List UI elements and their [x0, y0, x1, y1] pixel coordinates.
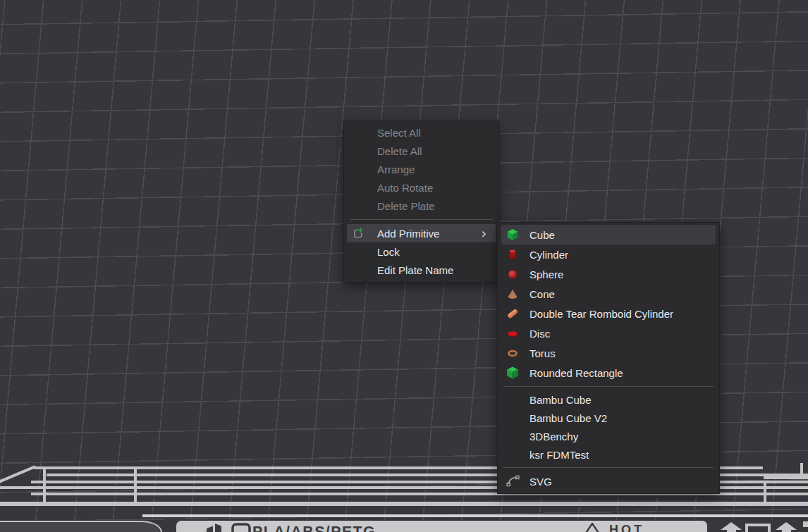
submenu-item-double-tear-romboid-cylinder[interactable]: Double Tear Romboid Cylinder [498, 304, 719, 323]
sphere-icon [506, 268, 519, 280]
submenu-item-label: Double Tear Romboid Cylinder [530, 308, 673, 320]
menu-item-label: Select All [377, 127, 421, 139]
bracket-mark-icon [745, 524, 771, 532]
plate-handle-tab [0, 521, 162, 532]
submenu-item-svg[interactable]: SVG [498, 471, 719, 491]
add-primitive-submenu: Cube Cylinder Sphere Cone [497, 222, 720, 494]
cone-icon [506, 287, 519, 300]
submenu-item-label: SVG [530, 476, 552, 488]
bezier-curve-icon [506, 474, 520, 488]
add-primitive-icon [352, 228, 364, 240]
menu-item-label: Delete Plate [377, 200, 435, 212]
menu-item-label: Edit Plate Name [377, 264, 453, 276]
submenu-item-label: 3DBenchy [530, 431, 578, 443]
bambu-logo-icon [207, 524, 224, 532]
menu-item-edit-plate-name[interactable]: Edit Plate Name [344, 261, 498, 279]
submenu-item-label: Cone [530, 288, 555, 300]
submenu-item-label: Torus [530, 347, 556, 359]
submenu-item-cube[interactable]: Cube [501, 225, 716, 245]
cube-icon [506, 228, 519, 241]
menu-item-auto-rotate: Auto Rotate [344, 178, 498, 197]
submenu-item-label: Cylinder [530, 249, 568, 261]
submenu-item-3dbenchy[interactable]: 3DBenchy [498, 427, 719, 445]
menu-item-lock[interactable]: Lock [344, 242, 498, 261]
plate-label-strip: PLA/ABS/PETG HOT [176, 521, 707, 532]
submenu-item-bambu-cube[interactable]: Bambu Cube [498, 390, 719, 409]
submenu-item-cone[interactable]: Cone [498, 284, 719, 304]
menu-item-label: Arrange [377, 163, 415, 175]
submenu-item-cylinder[interactable]: Cylinder [498, 245, 719, 264]
menu-item-delete-plate: Delete Plate [344, 197, 498, 215]
submenu-item-label: Rounded Rectangle [530, 367, 623, 379]
submenu-item-sphere[interactable]: Sphere [498, 264, 719, 284]
plate-edge-fragment [803, 521, 808, 527]
plate-badge-icon [231, 523, 251, 532]
submenu-item-ksr-fdmtest[interactable]: ksr FDMTest [498, 445, 719, 464]
submenu-item-label: Cube [530, 229, 555, 241]
up-arrow-icon [776, 522, 797, 532]
cylinder-icon [506, 248, 519, 261]
menu-item-label: Lock [377, 246, 400, 258]
menu-separator [350, 219, 493, 220]
menu-item-label: Add Primitive [377, 228, 439, 240]
disc-icon [506, 327, 519, 340]
hot-warning-label: HOT [609, 523, 644, 532]
submenu-item-label: Sphere [530, 268, 563, 280]
submenu-item-label: Bambu Cube [530, 394, 592, 406]
submenu-item-label: ksr FDMTest [530, 449, 589, 461]
menu-item-arrange: Arrange [344, 160, 498, 178]
submenu-item-bambu-cube-v2[interactable]: Bambu Cube V2 [498, 409, 719, 427]
menu-item-label: Auto Rotate [377, 182, 433, 194]
plate-context-menu: Select All Delete All Arrange Auto Rotat… [343, 120, 499, 283]
submenu-item-rounded-rectangle[interactable]: Rounded Rectangle [498, 363, 719, 383]
torus-icon [506, 347, 519, 359]
submenu-item-label: Disc [530, 328, 550, 340]
up-arrow-icon [721, 522, 742, 532]
submenu-item-disc[interactable]: Disc [498, 323, 719, 343]
submenu-item-label: Bambu Cube V2 [530, 412, 607, 424]
rounded-rectangle-icon [506, 366, 519, 379]
menu-item-add-primitive[interactable]: Add Primitive › [347, 224, 496, 242]
plate-material-label: PLA/ABS/PETG [252, 523, 376, 532]
menu-item-select-all: Select All [344, 123, 498, 142]
menu-item-label: Delete All [377, 145, 422, 157]
romboid-cylinder-icon [506, 307, 519, 320]
hot-surface-warning-icon [580, 522, 605, 532]
menu-separator [503, 467, 714, 468]
submenu-chevron-icon: › [481, 227, 496, 240]
menu-separator [503, 386, 714, 387]
submenu-item-torus[interactable]: Torus [498, 343, 719, 363]
menu-item-delete-all: Delete All [344, 142, 498, 160]
build-plate-front-edge: PLA/ABS/PETG HOT [0, 520, 808, 532]
